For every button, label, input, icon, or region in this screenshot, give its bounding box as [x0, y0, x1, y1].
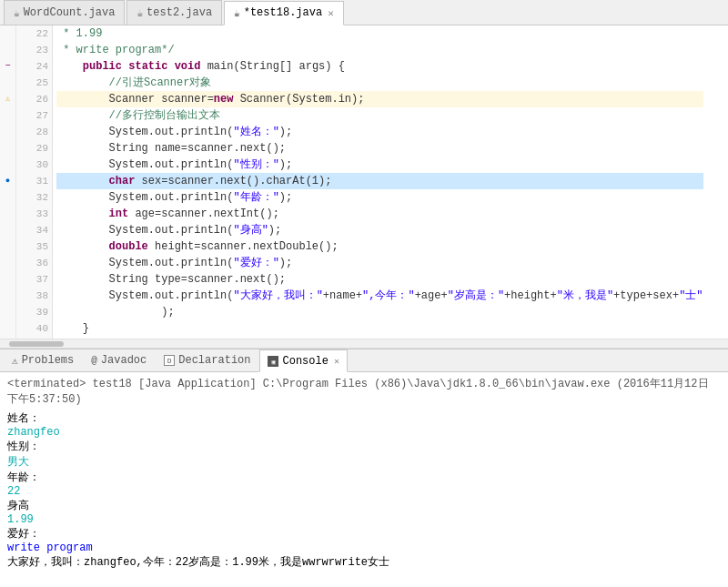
console-output-男大: 男大: [7, 454, 721, 470]
bottom-tab-bar: ⚠ Problems @ Javadoc D Declaration ▣ Con…: [0, 349, 728, 372]
code-line-34: System.out.println("身高");: [56, 222, 703, 238]
console-output-22: 22: [7, 485, 721, 498]
line-num-33: 33: [16, 206, 48, 222]
code-line-38: System.out.println("大家好，我叫："+name+",今年："…: [56, 288, 703, 304]
gutter-icon-9: [0, 157, 15, 173]
console-output-爱好: 爱好：: [7, 526, 721, 541]
line-num-25: 25: [16, 75, 48, 91]
code-line-36: System.out.println("爱好：");: [56, 255, 703, 271]
line-num-29: 29: [16, 140, 48, 157]
console-label-name: 姓名：: [7, 412, 40, 425]
console-value-sex: 男大: [7, 456, 29, 469]
line-num-38: 38: [16, 288, 48, 304]
tab-console-close[interactable]: ✕: [334, 356, 339, 367]
console-output-write: write program: [7, 541, 721, 554]
gutter-icon-7: [0, 124, 15, 140]
console-output-年龄: 年龄：: [7, 470, 721, 485]
console-value-height: 1.99: [7, 513, 34, 526]
gutter-icon-2: [0, 42, 15, 58]
tab-test18[interactable]: ☕ *test18.java ✕: [224, 1, 344, 25]
gutter-icon-3: −: [0, 58, 15, 75]
tab-declaration-label: Declaration: [178, 354, 250, 367]
code-line-29: String name=scanner.next();: [56, 140, 703, 157]
line-num-36: 36: [16, 255, 48, 271]
line-num-39: 39: [16, 304, 48, 320]
code-line-31: char sex=scanner.next().charAt(1);: [56, 173, 703, 189]
line-num-28: 28: [16, 124, 48, 140]
java-icon-wordcount: ☕: [14, 7, 20, 19]
code-line-28: System.out.println("姓名：");: [56, 124, 703, 140]
gutter-icon-15: [0, 255, 15, 271]
tab-problems-label: Problems: [22, 354, 75, 367]
console-label-sex: 性别：: [7, 440, 40, 453]
code-line-35: double height=scanner.nextDouble();: [56, 238, 703, 255]
console-output-final: 大家好，我叫：zhangfeo,今年：22岁高是：1.99米，我是wwrwrwr…: [7, 554, 721, 570]
problems-icon: ⚠: [12, 355, 18, 367]
code-line-39: );: [56, 304, 703, 320]
editor-tab-bar: ☕ WordCount.java ☕ test2.java ☕ *test18.…: [0, 0, 728, 25]
line-num-27: 27: [16, 107, 48, 124]
tab-console[interactable]: ▣ Console ✕: [259, 349, 347, 372]
console-output-姓名: 姓名：: [7, 410, 721, 426]
editor-scrollbar-thumb[interactable]: [9, 341, 64, 347]
tab-console-label: Console: [282, 355, 328, 368]
line-num-37: 37: [16, 271, 48, 288]
java-icon-test2: ☕: [136, 7, 143, 19]
tab-declaration[interactable]: D Declaration: [156, 349, 258, 372]
console-output-身高: 身高: [7, 498, 721, 513]
code-line-33: int age=scanner.nextInt();: [56, 206, 703, 222]
gutter-icon-16: [0, 271, 15, 288]
gutter-icon-1: [0, 25, 15, 42]
code-line-32: System.out.println("年龄：");: [56, 189, 703, 206]
gutter-icon-13: [0, 222, 15, 238]
tab-wordcount-label: WordCount.java: [24, 6, 116, 19]
gutter-icon-10: ●: [0, 173, 15, 189]
console-label-height: 身高: [7, 500, 29, 512]
javadoc-icon: @: [91, 355, 97, 366]
gutter-icon-4: [0, 75, 15, 91]
line-num-40: 40: [16, 320, 48, 337]
tab-test18-label: *test18.java: [244, 6, 322, 19]
code-line-26: Scanner scanner=new Scanner(System.in);: [56, 91, 703, 107]
declaration-icon: D: [164, 355, 175, 366]
code-line-24: public static void main(String[] args) {: [56, 58, 703, 75]
editor-scrollbar-h[interactable]: [0, 339, 728, 348]
gutter-icon-19: [0, 320, 15, 337]
java-icon-test18: ☕: [234, 7, 240, 19]
line-num-24: 24: [16, 58, 48, 75]
line-num-26: 26: [16, 91, 48, 107]
tab-javadoc-label: Javadoc: [101, 354, 147, 367]
gutter-icon-6: [0, 107, 15, 124]
gutter-icon-8: [0, 140, 15, 157]
console-icon: ▣: [268, 356, 278, 367]
gutter-icon-12: [0, 206, 15, 222]
code-line-40: }: [56, 320, 703, 337]
editor-gutter-icons: − ⚠ ●: [0, 25, 16, 348]
tab-javadoc[interactable]: @ Javadoc: [83, 349, 155, 372]
console-final-line: 大家好，我叫：zhangfeo,今年：22岁高是：1.99米，我是wwrwrwr…: [7, 556, 389, 569]
console-label-age: 年龄：: [7, 471, 40, 484]
gutter-icon-14: [0, 238, 15, 255]
code-line-27: //多行控制台输出文本: [56, 107, 703, 124]
console-output-zhangfeo: zhangfeo: [7, 426, 721, 439]
console-output: <terminated> test18 [Java Application] C…: [0, 372, 728, 587]
tab-test2-label: test2.java: [147, 6, 212, 19]
tab-test18-close[interactable]: ✕: [328, 7, 334, 19]
tab-wordcount[interactable]: ☕ WordCount.java: [4, 0, 125, 25]
code-lines[interactable]: * 1.99 * write program*/ public static v…: [53, 25, 703, 348]
code-line-25: //引进Scanner对象: [56, 75, 703, 91]
code-line-30: System.out.println("性别：");: [56, 157, 703, 173]
console-output-199: 1.99: [7, 513, 721, 526]
line-num-30: 30: [16, 157, 48, 173]
line-num-23: 23: [16, 42, 48, 58]
tab-problems[interactable]: ⚠ Problems: [4, 349, 82, 372]
tab-test2[interactable]: ☕ test2.java: [126, 0, 222, 25]
console-value-hobby: write program: [7, 541, 93, 554]
code-line-22: * 1.99: [56, 25, 703, 42]
line-num-31: 31: [16, 173, 48, 189]
gutter-icon-11: [0, 189, 15, 206]
line-num-35: 35: [16, 238, 48, 255]
console-output-性别: 性别：: [7, 439, 721, 454]
line-numbers: 22 23 24 25 26 27 28 29 30 31 32 33 34 3…: [16, 25, 53, 348]
gutter-icon-17: [0, 288, 15, 304]
